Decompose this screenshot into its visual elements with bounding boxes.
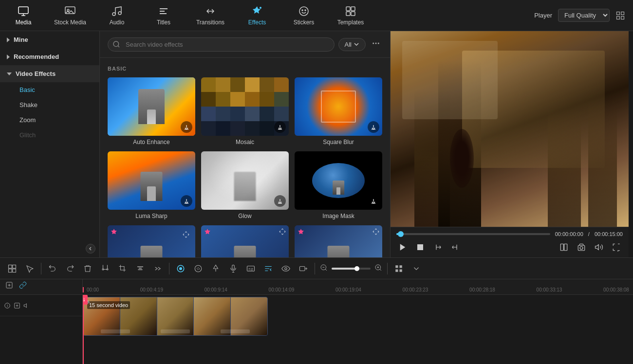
crop-button[interactable] [114, 261, 131, 276]
download-badge-square-blur[interactable] [368, 121, 379, 133]
more-options-button[interactable] [370, 37, 382, 52]
clip-label: 15 second video [87, 301, 130, 309]
effect-item-mosaic[interactable]: Mosaic [201, 77, 289, 146]
zoom-in-button[interactable] [372, 262, 384, 275]
maximize-icon[interactable] [615, 11, 625, 20]
more-button[interactable] [408, 261, 425, 276]
nav-item-effects[interactable]: Effects [234, 0, 280, 31]
sidebar-item-mine[interactable]: Mine [0, 31, 99, 48]
stop-button[interactable] [414, 241, 427, 254]
effect-item-auto-enhance[interactable]: Auto Enhance [108, 77, 195, 146]
timeline-tracks-left: 1 [0, 295, 83, 364]
effect-item-glow[interactable]: Glow [201, 151, 289, 219]
sidebar-item-video-effects[interactable]: Video Effects [0, 65, 99, 82]
play-button[interactable] [396, 241, 409, 254]
mine-arrow-icon [7, 37, 10, 42]
player-video [391, 31, 629, 227]
effect-item-luma-sharp[interactable]: Luma Sharp [108, 151, 195, 219]
delete-button[interactable] [79, 261, 96, 276]
captions-button[interactable] [242, 261, 259, 276]
svg-point-19 [375, 43, 377, 44]
chevrons-right-icon [153, 264, 162, 273]
auto-caption-button[interactable] [260, 261, 277, 276]
layout-panel-button[interactable] [4, 261, 20, 276]
effect-item-highlight2[interactable]: Hi-Light... [201, 225, 289, 257]
effect-item-highlight1[interactable]: Hi-Light... [108, 225, 195, 257]
effect-item-image-mask[interactable]: Image Mask [295, 151, 382, 219]
tick-8: 00:00:38:08 [603, 287, 629, 292]
sidebar-item-recommended[interactable]: Recommended [0, 48, 99, 65]
magic-caption-icon [264, 264, 273, 273]
fullscreen-button[interactable] [610, 241, 623, 254]
filter-dropdown[interactable]: All [338, 38, 366, 51]
snap-button[interactable] [172, 261, 189, 276]
sidebar-sub-basic[interactable]: Basic [0, 82, 99, 97]
grid-button[interactable] [190, 261, 206, 276]
marker-button[interactable] [207, 261, 224, 276]
zoom-controls [318, 262, 384, 275]
effect-thumb-highlight3 [295, 225, 382, 257]
undo-button[interactable] [44, 261, 61, 276]
grid-view-button[interactable] [391, 261, 407, 276]
eye-button[interactable] [278, 261, 294, 276]
add-media-button[interactable] [4, 280, 15, 292]
play-icon [398, 243, 407, 252]
more-tools-button[interactable] [149, 261, 166, 276]
zoom-in-icon [374, 264, 382, 272]
sidebar-collapse-button[interactable] [86, 244, 95, 254]
search-input[interactable] [108, 37, 335, 52]
download-badge-mosaic[interactable] [274, 121, 286, 133]
video-effects-arrow-icon [7, 73, 12, 75]
sidebar-sub-glitch[interactable]: Glitch [0, 127, 99, 143]
voiceover-button[interactable] [225, 261, 242, 276]
progress-track[interactable] [396, 233, 550, 235]
nav-item-templates[interactable]: Templates [327, 0, 374, 31]
add-track-button[interactable] [295, 261, 312, 276]
quality-select[interactable]: Full Quality Half Quality [558, 9, 610, 22]
trash-icon [83, 264, 92, 273]
link-icon [19, 281, 27, 289]
effect-item-highlight3[interactable]: Natu... [295, 225, 382, 257]
nav-item-stock-media[interactable]: Stock Media [47, 0, 93, 31]
layout-button[interactable] [558, 241, 570, 254]
volume-button[interactable] [593, 241, 605, 254]
nav-item-audio[interactable]: Audio [93, 0, 140, 31]
diamond-premium-icon2 [204, 228, 211, 235]
redo-button[interactable] [62, 261, 78, 276]
video-clip[interactable]: 15 second video [83, 297, 268, 336]
download-badge-luma-sharp[interactable] [181, 195, 192, 207]
mark-out-button[interactable] [449, 241, 462, 254]
arrows5-icon [372, 228, 379, 235]
arrows3-icon [279, 228, 286, 235]
effect-thumb-glow [201, 151, 289, 210]
effect-item-square-blur[interactable]: Square Blur [295, 77, 382, 146]
svg-point-26 [580, 247, 583, 250]
text-button[interactable] [132, 261, 149, 276]
zoom-track[interactable] [332, 268, 371, 270]
more-dots-icon [372, 39, 380, 48]
cut-button[interactable] [97, 261, 113, 276]
search-input-wrap [108, 37, 335, 52]
search-icon [112, 40, 120, 48]
timeline-left-controls [0, 279, 83, 292]
link-button[interactable] [18, 280, 28, 292]
snapshot-button[interactable] [575, 241, 588, 254]
nav-item-stickers[interactable]: Stickers [280, 0, 327, 31]
select-tool-button[interactable] [21, 261, 38, 276]
timeline-ruler: 00:00 00:00:4:19 00:00:9:14 00:00:14:09 … [0, 279, 633, 295]
svg-rect-10 [351, 7, 355, 11]
download-badge-glow[interactable] [274, 195, 286, 207]
zoom-out-button[interactable] [318, 262, 330, 275]
download-icon [370, 124, 377, 130]
download-badge-image-mask[interactable] [368, 195, 379, 207]
mark-in-button[interactable] [431, 241, 444, 254]
nav-item-titles[interactable]: Titles [140, 0, 187, 31]
nav-item-transitions[interactable]: Transitions [187, 0, 234, 31]
download-badge-auto-enhance[interactable] [181, 121, 192, 133]
captions-icon [246, 264, 255, 273]
sidebar-sub-zoom[interactable]: Zoom [0, 112, 99, 127]
svg-rect-28 [13, 265, 16, 268]
sidebar-sub-shake[interactable]: Shake [0, 97, 99, 112]
nav-item-media[interactable]: Media [0, 0, 47, 31]
effect-thumb-square-blur [295, 77, 382, 136]
